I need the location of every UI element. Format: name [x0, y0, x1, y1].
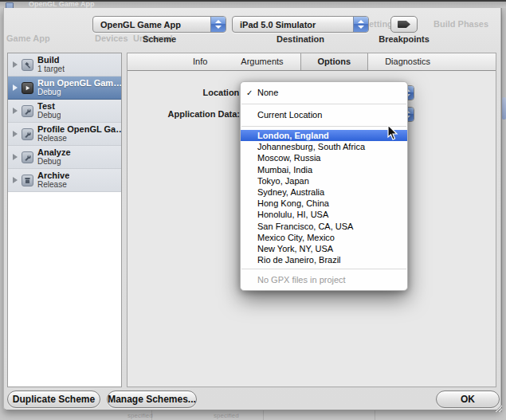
- scheme-label: Scheme: [92, 34, 226, 44]
- disclosure-triangle-icon[interactable]: [13, 61, 18, 68]
- menu-item-label: None: [257, 88, 278, 97]
- breakpoints-toggle-button[interactable]: [390, 16, 418, 33]
- menu-item-city[interactable]: Hong Kong, China: [241, 198, 407, 209]
- ghost-target-label: Game App: [6, 33, 50, 43]
- menu-item-city[interactable]: New York, NY, USA: [241, 243, 407, 254]
- run-play-icon: [22, 82, 33, 94]
- scheme-actions-sidebar: Build 1 target Run OpenGL Gam… Debug Tes…: [7, 53, 122, 387]
- menu-item-city[interactable]: Tokyo, Japan: [241, 175, 407, 186]
- tab-arguments[interactable]: Arguments: [224, 53, 300, 70]
- sidebar-item-title: Archive: [37, 171, 69, 180]
- disclosure-triangle-icon[interactable]: [13, 108, 18, 114]
- menu-item-city[interactable]: Johannesburg, South Africa: [241, 141, 407, 152]
- ghost-bottom-text: specified: [214, 412, 239, 419]
- location-menu: ✓ None Current Location London, England …: [240, 81, 408, 291]
- pane-tab-bar: Info Arguments Options Diagnostics: [127, 53, 496, 71]
- sidebar-item-archive[interactable]: Archive Release: [8, 169, 121, 192]
- test-wrench-icon: [22, 105, 33, 117]
- sidebar-item-profile[interactable]: Profile OpenGL Ga… Release: [8, 123, 121, 146]
- background-window-title: OpenGL Game App: [29, 0, 95, 8]
- sidebar-item-subtitle: Debug: [37, 111, 61, 120]
- destination-label: Destination: [232, 34, 369, 44]
- build-hammer-icon: [22, 59, 33, 71]
- sidebar-item-subtitle: Release: [37, 134, 121, 143]
- analyze-wrench-icon: [22, 151, 33, 163]
- sidebar-item-title: Analyze: [37, 147, 71, 157]
- cursor-arrow: [387, 124, 399, 144]
- scheme-popup-value: OpenGL Game App: [93, 20, 210, 29]
- background-window-bottom: specified specified: [0, 410, 506, 420]
- duplicate-scheme-button[interactable]: Duplicate Scheme: [7, 391, 100, 408]
- popup-arrows-icon: [210, 17, 226, 32]
- ghost-bottom-text: specified: [127, 412, 153, 419]
- scheme-popup[interactable]: OpenGL Game App: [92, 16, 226, 33]
- background-window-titlebar: OpenGL Game App: [0, 0, 506, 8]
- manage-schemes-button[interactable]: Manage Schemes...: [107, 391, 197, 408]
- sidebar-item-run[interactable]: Run OpenGL Gam… Debug: [8, 77, 121, 100]
- menu-item-none[interactable]: ✓ None: [241, 85, 407, 100]
- menu-item-label: Current Location: [257, 110, 322, 120]
- profile-wrench-icon: [22, 128, 33, 140]
- menu-item-no-gpx-note: No GPX files in project: [241, 273, 407, 287]
- breakpoints-label: Breakpoints: [376, 34, 432, 44]
- sidebar-item-build[interactable]: Build 1 target: [8, 53, 121, 77]
- ok-button[interactable]: OK: [436, 391, 500, 408]
- application-data-label: Application Data:: [127, 109, 240, 119]
- ghost-build-phases-tab: Build Phases: [433, 19, 488, 29]
- scheme-editor-sheet: Game App Devices Universal Build Setting…: [3, 8, 501, 410]
- menu-item-city[interactable]: Mumbai, India: [241, 164, 407, 175]
- sidebar-item-analyze[interactable]: Analyze Debug: [8, 146, 121, 169]
- destination-popup-value: iPad 5.0 Simulator: [233, 20, 353, 29]
- background-window-right-edge: [501, 8, 506, 420]
- tab-options[interactable]: Options: [300, 53, 369, 70]
- disclosure-triangle-icon[interactable]: [13, 131, 18, 137]
- sidebar-item-subtitle: 1 target: [37, 65, 65, 74]
- resize-grip[interactable]: [492, 402, 503, 416]
- sidebar-item-title: Run OpenGL Gam…: [37, 78, 121, 88]
- menu-item-city[interactable]: Honolulu, HI, USA: [241, 209, 407, 220]
- breakpoint-tag-icon: [398, 21, 410, 28]
- archive-box-icon: [22, 175, 33, 186]
- menu-item-city[interactable]: London, England: [241, 130, 407, 141]
- menu-separator: [241, 104, 406, 104]
- menu-item-city[interactable]: Sydney, Australia: [241, 186, 407, 198]
- popup-arrows-icon: [353, 17, 368, 32]
- menu-item-city[interactable]: Rio de Janeiro, Brazil: [241, 254, 407, 265]
- checkmark-icon: ✓: [246, 85, 253, 100]
- menu-item-current-location[interactable]: Current Location: [241, 108, 407, 123]
- tab-info[interactable]: Info: [176, 53, 224, 70]
- sidebar-item-subtitle: Release: [37, 180, 69, 190]
- sidebar-item-title: Test: [37, 101, 61, 111]
- menu-item-city[interactable]: San Francisco, CA, USA: [241, 221, 407, 232]
- sidebar-item-test[interactable]: Test Debug: [8, 100, 121, 123]
- background-popup-edge: [502, 97, 506, 120]
- menu-item-city[interactable]: Moscow, Russia: [241, 152, 407, 163]
- location-label: Location:: [127, 88, 242, 97]
- destination-popup[interactable]: iPad 5.0 Simulator: [232, 16, 369, 33]
- sidebar-item-title: Build: [37, 55, 65, 65]
- disclosure-triangle-icon[interactable]: [13, 177, 18, 183]
- sidebar-item-title: Profile OpenGL Ga…: [37, 124, 121, 134]
- menu-item-city[interactable]: Mexico City, Mexico: [241, 232, 407, 243]
- disclosure-triangle-icon[interactable]: [13, 84, 18, 91]
- sidebar-item-subtitle: Debug: [37, 157, 71, 167]
- tab-diagnostics[interactable]: Diagnostics: [368, 53, 447, 70]
- sidebar-item-subtitle: Debug: [37, 88, 121, 97]
- menu-separator: [241, 126, 406, 127]
- menu-separator: [241, 269, 406, 269]
- disclosure-triangle-icon[interactable]: [13, 154, 18, 160]
